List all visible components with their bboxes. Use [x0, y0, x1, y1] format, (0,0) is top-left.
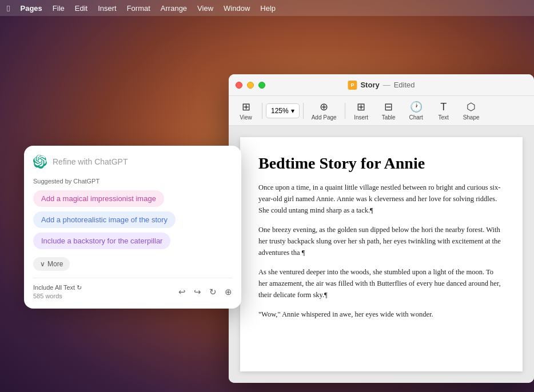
insert-icon: ⊞ [357, 101, 365, 113]
more-suggestions-button[interactable]: ∨ More [33, 257, 70, 271]
pages-window: P Story — Edited ⊞ View 125% ▾ ⊕ Add Pag… [229, 74, 534, 383]
toolbar-divider-3 [345, 103, 345, 119]
chatgpt-refine-input[interactable] [53, 157, 232, 166]
document-area: Bedtime Story for Annie Once upon a time… [229, 126, 534, 383]
suggestions-label: Suggested by ChatGPT [33, 178, 232, 185]
apple-menu-icon[interactable]:  [7, 3, 10, 13]
menubar-arrange[interactable]: Arrange [161, 4, 187, 13]
shape-button[interactable]: ⬡ Shape [459, 98, 484, 123]
panel-footer: Include All Text ↻ 585 words ↩ ↪ ↻ ⊕ [33, 278, 232, 299]
menubar-format[interactable]: Format [127, 4, 150, 13]
view-icon: ⊞ [242, 101, 250, 113]
chatgpt-input-row [33, 155, 232, 169]
menubar-edit[interactable]: Edit [75, 4, 87, 13]
chatgpt-logo-icon [33, 155, 47, 169]
table-label: Table [382, 114, 396, 121]
document-page: Bedtime Story for Annie Once upon a time… [240, 137, 523, 371]
toolbar-divider-2 [303, 103, 304, 119]
close-button[interactable] [236, 82, 242, 89]
add-page-label: Add Page [312, 114, 337, 121]
menubar-file[interactable]: File [53, 4, 65, 13]
shape-icon: ⬡ [467, 101, 476, 113]
chevron-down-icon: ∨ [40, 260, 45, 268]
footer-actions: ↩ ↪ ↻ ⊕ [178, 287, 232, 297]
title-separator: — [383, 81, 390, 89]
more-label: More [47, 260, 63, 268]
add-page-icon: ⊕ [320, 101, 328, 113]
menubar-help[interactable]: Help [260, 4, 276, 13]
menubar-view[interactable]: View [197, 4, 213, 13]
suggestion-pills: Add a magical impressionist image Add a … [33, 190, 232, 249]
word-count: 585 words [33, 293, 82, 299]
zoom-button[interactable]: 125% ▾ [266, 103, 300, 118]
view-button[interactable]: ⊞ View [233, 98, 258, 123]
chart-icon: 🕐 [410, 101, 423, 113]
menubar-window[interactable]: Window [224, 4, 250, 13]
menubar-pages[interactable]: Pages [20, 4, 42, 13]
toolbar-divider-1 [262, 103, 262, 119]
table-button[interactable]: ⊟ Table [376, 98, 401, 123]
text-button[interactable]: T Text [431, 99, 456, 123]
suggestion-pill-1[interactable]: Add a magical impressionist image [33, 190, 164, 207]
text-label: Text [438, 114, 448, 121]
suggestion-pill-3[interactable]: Include a backstory for the caterpillar [33, 233, 170, 249]
traffic-lights [236, 82, 265, 89]
menubar:  Pages File Edit Insert Format Arrange … [0, 0, 534, 16]
insert-label: Insert [354, 114, 368, 121]
edited-status: Edited [394, 81, 415, 89]
document-heading: Bedtime Story for Annie [258, 154, 504, 173]
add-page-button[interactable]: ⊕ Add Page [307, 98, 341, 123]
text-icon: T [440, 101, 447, 113]
story-doc-icon: P [348, 81, 357, 90]
include-all-text[interactable]: Include All Text ↻ [33, 284, 82, 291]
paragraph-4: "Wow," Annie whispered in awe, her eyes … [258, 309, 504, 320]
document-title-label: Story [360, 81, 379, 89]
maximize-button[interactable] [258, 82, 265, 89]
window-title: P Story — Edited [348, 81, 415, 90]
undo-icon[interactable]: ↩ [178, 287, 186, 297]
shape-label: Shape [463, 114, 480, 121]
chatgpt-panel: Suggested by ChatGPT Add a magical impre… [24, 146, 241, 309]
zoom-chevron-icon: ▾ [291, 107, 294, 115]
menubar-insert[interactable]: Insert [98, 4, 117, 13]
paragraph-3: As she ventured deeper into the woods, s… [258, 266, 504, 301]
chart-label: Chart [409, 114, 423, 121]
view-label: View [240, 114, 252, 121]
paragraph-2: One breezy evening, as the golden sun di… [258, 224, 504, 258]
refresh-icon[interactable]: ↻ [209, 287, 217, 297]
toolbar: ⊞ View 125% ▾ ⊕ Add Page ⊞ Insert ⊟ Tabl… [229, 96, 534, 126]
minimize-button[interactable] [247, 82, 254, 89]
chart-button[interactable]: 🕐 Chart [404, 98, 429, 123]
insert-button[interactable]: ⊞ Insert [349, 98, 374, 123]
zoom-value: 125% [271, 107, 289, 115]
window-titlebar: P Story — Edited [229, 74, 534, 96]
suggestion-pill-2[interactable]: Add a photorealistic image of the story [33, 211, 176, 228]
table-icon: ⊟ [384, 101, 393, 113]
add-icon[interactable]: ⊕ [225, 287, 232, 297]
redo-icon[interactable]: ↪ [194, 287, 201, 297]
footer-info: Include All Text ↻ 585 words [33, 284, 82, 299]
paragraph-1: Once upon a time, in a quaint little vil… [258, 182, 504, 216]
